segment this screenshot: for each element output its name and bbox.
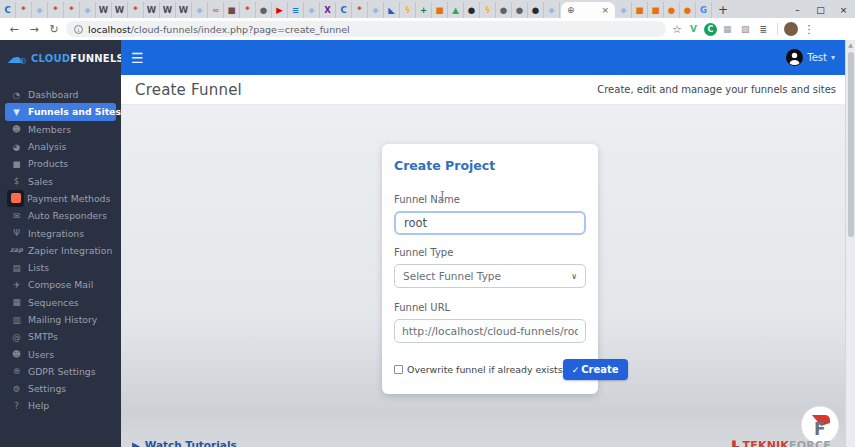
- sidebar-item-zapier-integration[interactable]: zapZapier Integration: [0, 242, 121, 259]
- sidebar-item-products[interactable]: ■Products: [0, 155, 121, 172]
- browser-tab[interactable]: *: [16, 2, 32, 18]
- browser-tab[interactable]: C: [336, 2, 352, 18]
- active-browser-tab[interactable]: ⊕ ×: [561, 2, 615, 18]
- browser-tab[interactable]: ■: [432, 2, 448, 18]
- browser-tab[interactable]: ◈: [368, 2, 384, 18]
- browser-tab[interactable]: W: [96, 2, 112, 18]
- browser-tab[interactable]: W: [144, 2, 160, 18]
- hamburger-menu-icon[interactable]: ☰: [131, 50, 144, 66]
- scrollbar-thumb[interactable]: [848, 52, 854, 237]
- scrollbar-up-icon[interactable]: ▲: [846, 40, 855, 50]
- browser-tab[interactable]: ≡: [288, 2, 304, 18]
- watch-tutorials-link[interactable]: ▶ Watch Tutorials: [132, 439, 237, 447]
- browser-tab[interactable]: ▲: [448, 2, 464, 18]
- browser-tab[interactable]: ■: [632, 2, 648, 18]
- minimize-icon[interactable]: –: [786, 2, 809, 18]
- browser-tab[interactable]: ■: [648, 2, 664, 18]
- sidebar-item-analysis[interactable]: ◕Analysis: [0, 138, 121, 155]
- browser-tab[interactable]: ▶: [272, 2, 288, 18]
- browser-tab[interactable]: ●: [680, 2, 696, 18]
- funnel-type-select[interactable]: Select Funnel Type ∨: [394, 264, 586, 288]
- browser-tab[interactable]: W: [176, 2, 192, 18]
- funnel-url-input[interactable]: [394, 319, 586, 343]
- sidebar-item-mailing-history[interactable]: ▥Mailing History: [0, 311, 121, 328]
- sidebar-item-smtps[interactable]: @SMTPs: [0, 328, 121, 345]
- extension-icon[interactable]: ▦: [720, 23, 735, 36]
- sidebar-item-settings[interactable]: ⚙Settings: [0, 380, 121, 397]
- browser-tab[interactable]: *: [352, 2, 368, 18]
- browser-tab[interactable]: ●: [496, 2, 512, 18]
- browser-tab[interactable]: ϟ: [480, 2, 496, 18]
- sidebar-item-auto-responders[interactable]: ✉Auto Responders: [0, 207, 121, 224]
- browser-tab[interactable]: *: [128, 2, 144, 18]
- page-scrollbar[interactable]: ▲: [845, 40, 855, 447]
- browser-menu-icon[interactable]: ⋮: [802, 23, 816, 36]
- sidebar-item-funnels-and-sites[interactable]: ▼Funnels and Sites: [5, 103, 116, 120]
- browser-tab[interactable]: ●: [256, 2, 272, 18]
- sidebar-item-payment-methods[interactable]: Payment Methods: [0, 190, 121, 207]
- browser-tab[interactable]: ●: [512, 2, 528, 18]
- forward-icon[interactable]: →: [26, 23, 42, 36]
- browser-tab[interactable]: *: [240, 2, 256, 18]
- reload-icon[interactable]: ↻: [46, 23, 62, 36]
- tab-favicon: ◈: [548, 6, 555, 15]
- bookmark-star-icon[interactable]: ☆: [672, 23, 682, 36]
- sidebar-item-lists[interactable]: ▤Lists: [0, 259, 121, 276]
- browser-tab[interactable]: W: [112, 2, 128, 18]
- tab-favicon: ●: [260, 6, 267, 15]
- browser-tab[interactable]: ●: [664, 2, 680, 18]
- sidebar-item-dashboard[interactable]: ◔Dashboard: [0, 86, 121, 103]
- extension-icon[interactable]: ▨: [738, 23, 753, 36]
- maximize-icon[interactable]: □: [809, 2, 832, 18]
- sidebar-item-sales[interactable]: $Sales: [0, 172, 121, 189]
- user-menu[interactable]: Test ▾: [786, 49, 835, 66]
- sidebar-item-members[interactable]: ☻Members: [0, 121, 121, 138]
- browser-tab[interactable]: ■: [224, 2, 240, 18]
- browser-tab[interactable]: ∞: [208, 2, 224, 18]
- extension-icon[interactable]: ≣: [756, 23, 771, 36]
- sidebar-item-sequences[interactable]: ▦Sequences: [0, 294, 121, 311]
- funnel-name-input[interactable]: [394, 211, 586, 235]
- brand-name: CLOUDFUNNELS: [31, 53, 124, 64]
- funnel-type-label: Funnel Type: [394, 247, 586, 258]
- extension-icon[interactable]: V: [686, 23, 701, 36]
- browser-tab[interactable]: ◈: [544, 2, 560, 18]
- browser-tab[interactable]: *: [48, 2, 64, 18]
- close-icon[interactable]: ×: [832, 2, 855, 18]
- browser-tab[interactable]: C: [0, 2, 16, 18]
- gear-logo-icon: ⚙: [19, 56, 27, 66]
- create-button[interactable]: ✓Create: [563, 359, 628, 380]
- browser-tab[interactable]: G: [696, 2, 712, 18]
- sidebar-item-integrations[interactable]: ΨIntegrations: [0, 224, 121, 241]
- sidebar-item-gdpr-settings[interactable]: ⊛GDPR Settings: [0, 363, 121, 380]
- overwrite-checkbox-row[interactable]: Overwrite funnel if already exists: [394, 364, 563, 375]
- new-tab-button[interactable]: +: [712, 2, 734, 18]
- browser-tab[interactable]: ◈: [80, 2, 96, 18]
- browser-profile-avatar[interactable]: [784, 22, 798, 36]
- site-info-icon[interactable]: i: [74, 25, 83, 34]
- sidebar-item-compose-mail[interactable]: ✈Compose Mail: [0, 276, 121, 293]
- browser-tab[interactable]: ●: [464, 2, 480, 18]
- sidebar-item-help[interactable]: ?Help: [0, 397, 121, 414]
- browser-tab[interactable]: ●: [528, 2, 544, 18]
- browser-tab[interactable]: X: [320, 2, 336, 18]
- browser-tab[interactable]: +: [416, 2, 432, 18]
- overwrite-checkbox[interactable]: [394, 365, 403, 374]
- browser-tab[interactable]: W: [160, 2, 176, 18]
- extension-icon[interactable]: C: [704, 23, 717, 36]
- tab-favicon: ■: [227, 6, 235, 15]
- browser-tab[interactable]: ◈: [304, 2, 320, 18]
- back-icon[interactable]: ←: [6, 23, 22, 36]
- cloudfunnels-logo[interactable]: ☁ ⚙ CLOUDFUNNELS: [0, 40, 121, 76]
- browser-tab[interactable]: *: [64, 2, 80, 18]
- sidebar-item-label: Lists: [28, 262, 49, 273]
- browser-tab[interactable]: ◈: [616, 2, 632, 18]
- tab-close-icon[interactable]: ×: [601, 5, 609, 15]
- tab-favicon: +: [420, 6, 427, 15]
- browser-tab[interactable]: ◣: [384, 2, 400, 18]
- browser-tab[interactable]: ◈: [32, 2, 48, 18]
- sidebar-item-users[interactable]: ☻Users: [0, 345, 121, 362]
- browser-tab[interactable]: ◈: [192, 2, 208, 18]
- address-bar[interactable]: i localhost/cloud-funnels/index.php?page…: [66, 21, 666, 37]
- browser-tab[interactable]: ϟ: [400, 2, 416, 18]
